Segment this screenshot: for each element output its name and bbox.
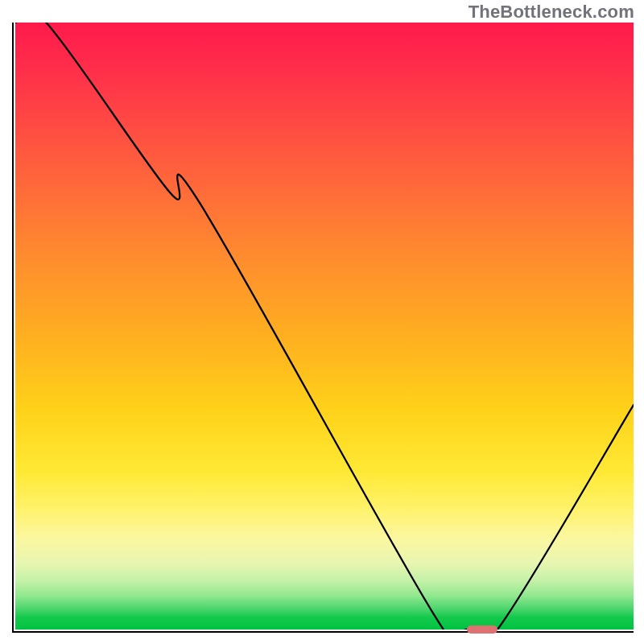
plot-area xyxy=(12,23,634,633)
watermark-text: TheBottleneck.com xyxy=(469,2,634,23)
chart-container: TheBottleneck.com xyxy=(0,0,644,644)
curve-path xyxy=(15,23,634,630)
optimal-range-marker xyxy=(467,625,497,634)
bottleneck-curve xyxy=(15,23,634,630)
